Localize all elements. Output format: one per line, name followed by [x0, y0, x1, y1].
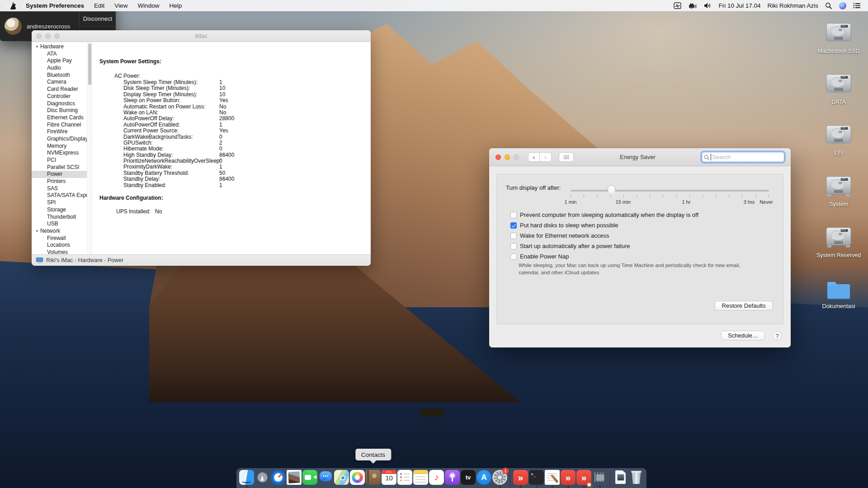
- checkbox-put-hard-disks[interactable]: [510, 222, 517, 229]
- dock-item-photo-preview[interactable]: [286, 468, 302, 488]
- desktop-icon-system[interactable]: System: [811, 172, 866, 216]
- sidebar-item-apple-pay[interactable]: Apple Pay: [32, 57, 87, 65]
- dock-item-app-store[interactable]: A: [476, 468, 492, 488]
- restore-defaults-button[interactable]: Restore Defaults: [715, 301, 773, 310]
- desktop-icon-system-reserved[interactable]: System Reserved: [811, 223, 866, 267]
- menu-window[interactable]: Window: [137, 2, 159, 9]
- dock-item-reminders[interactable]: [397, 468, 413, 488]
- show-all-button[interactable]: [559, 152, 574, 162]
- dock-item-anydesk-2[interactable]: »: [560, 468, 576, 488]
- sidebar-item-fibre-channel[interactable]: Fibre Channel: [32, 122, 87, 129]
- dock-item-facetime[interactable]: [302, 468, 318, 488]
- sidebar-item-bluetooth[interactable]: Bluetooth: [32, 72, 87, 79]
- sidebar-item-ata[interactable]: ATA: [32, 51, 87, 58]
- siri-icon[interactable]: [839, 2, 846, 9]
- checkbox-start-up-automatically[interactable]: [510, 243, 517, 249]
- volume-icon[interactable]: [703, 2, 712, 9]
- sidebar-item-diagnostics[interactable]: Diagnostics: [32, 100, 87, 108]
- dock-item-safari[interactable]: [270, 468, 286, 488]
- sidebar-item-camera[interactable]: Camera: [32, 79, 87, 86]
- sidebar-scrollbar[interactable]: [87, 42, 92, 254]
- energy-toolbar[interactable]: ‹ › Energy Saver: [489, 148, 791, 166]
- disclosure-triangle-icon[interactable]: ▼: [35, 229, 39, 233]
- sidebar-item-thunderbolt[interactable]: Thunderbolt: [32, 214, 87, 221]
- checkbox-enable-power-nap[interactable]: [510, 253, 517, 260]
- printer-status-icon[interactable]: [688, 2, 697, 9]
- zoom-button[interactable]: [514, 155, 519, 160]
- sidebar-item-memory[interactable]: Memory: [32, 143, 87, 150]
- menu-view[interactable]: View: [114, 2, 127, 9]
- checkbox-prevent-computer-from[interactable]: [510, 212, 517, 218]
- disconnect-button[interactable]: Disconnect: [80, 12, 116, 26]
- desktop-icon-machintosh-ssd[interactable]: Machintosh SSD: [811, 19, 866, 62]
- sidebar-item-locations[interactable]: Locations: [32, 242, 87, 249]
- desktop-icon-efi[interactable]: EFI: [811, 121, 866, 164]
- dock-item-podcasts[interactable]: [444, 468, 460, 488]
- scrollbar-thumb[interactable]: [88, 43, 91, 85]
- sidebar-item-volumes[interactable]: Volumes: [32, 249, 87, 254]
- back-button[interactable]: ‹: [528, 152, 540, 162]
- minimize-button[interactable]: [505, 155, 510, 160]
- dock-item-contacts[interactable]: [365, 468, 381, 488]
- menu-app-name[interactable]: System Preferences: [26, 2, 84, 9]
- checkbox-wake-for-ethernet[interactable]: [510, 233, 517, 239]
- close-button[interactable]: [495, 155, 501, 160]
- sidebar-item-spi[interactable]: SPI: [32, 199, 87, 206]
- sidebar-item-sata-sata-express[interactable]: SATA/SATA Express: [32, 192, 87, 199]
- notification-center-icon[interactable]: [853, 3, 861, 9]
- menu-user[interactable]: Riki Rokhman Azis: [767, 2, 818, 9]
- dock-item-chip-utility[interactable]: [592, 468, 608, 488]
- display-off-slider-thumb[interactable]: [608, 185, 615, 194]
- sidebar-item-sas[interactable]: SAS: [32, 185, 87, 192]
- sidebar-item-firewall[interactable]: Firewall: [32, 235, 87, 242]
- dock-item-apple-tv[interactable]: tv: [460, 468, 476, 488]
- sidebar-item-storage[interactable]: Storage: [32, 206, 87, 214]
- dock-item-maps[interactable]: [334, 468, 349, 488]
- search-input[interactable]: [702, 152, 784, 162]
- dock-item-finder[interactable]: [239, 468, 255, 488]
- display-off-slider-track[interactable]: [571, 190, 769, 192]
- sysinfo-titlebar[interactable]: iMac: [32, 30, 371, 42]
- dock-item-document[interactable]: [613, 468, 628, 488]
- sidebar-item-pci[interactable]: PCI: [32, 157, 87, 164]
- dock-item-messages[interactable]: [318, 468, 334, 488]
- sidebar-item-disc-burning[interactable]: Disc Burning: [32, 107, 87, 114]
- help-button[interactable]: ?: [773, 331, 782, 340]
- sidebar-item-controller[interactable]: Controller: [32, 93, 87, 100]
- menu-edit[interactable]: Edit: [94, 2, 104, 9]
- menu-clock[interactable]: Fri 10 Jul 17.04: [718, 2, 760, 9]
- apple-menu-icon[interactable]: [9, 2, 16, 9]
- sidebar-item-graphics-displays[interactable]: Graphics/Displays: [32, 136, 87, 143]
- sidebar-item-audio[interactable]: Audio: [32, 65, 87, 72]
- forward-button[interactable]: ›: [540, 152, 552, 162]
- sidebar-item-firewire[interactable]: FireWire: [32, 128, 87, 136]
- anydesk-status-icon[interactable]: [674, 2, 681, 9]
- dock-item-system-preferences[interactable]: 1: [492, 468, 508, 488]
- checkbox-row: Enable Power Nap: [510, 251, 698, 262]
- sidebar-section-hardware[interactable]: ▼Hardware: [32, 43, 87, 51]
- dock-item-textedit[interactable]: [544, 468, 560, 488]
- sidebar-item-nvmexpress[interactable]: NVMExpress: [32, 150, 87, 157]
- dock-item-terminal[interactable]: >_: [528, 468, 544, 488]
- dock-item-notes[interactable]: [413, 468, 429, 488]
- sidebar-item-printers[interactable]: Printers: [32, 178, 87, 185]
- sidebar-item-ethernet-cards[interactable]: Ethernet Cards: [32, 114, 87, 122]
- menu-help[interactable]: Help: [169, 2, 182, 9]
- sidebar-item-card-reader[interactable]: Card Reader: [32, 86, 87, 93]
- sidebar-item-power[interactable]: Power: [32, 171, 87, 178]
- schedule-button[interactable]: Schedule…: [721, 331, 765, 340]
- sidebar-item-parallel-scsi[interactable]: Parallel SCSI: [32, 164, 87, 171]
- sidebar-section-network[interactable]: ▼Network: [32, 228, 87, 235]
- dock-item-calendar[interactable]: JUL10: [381, 468, 397, 488]
- sidebar-item-usb[interactable]: USB: [32, 221, 87, 228]
- dock-item-trash[interactable]: [628, 468, 644, 488]
- dock-item-anydesk-3[interactable]: »: [576, 468, 592, 488]
- dock-item-launchpad[interactable]: [255, 468, 270, 488]
- dock-item-anydesk[interactable]: »: [513, 468, 528, 488]
- dock-item-music[interactable]: ♪: [429, 468, 444, 488]
- disclosure-triangle-icon[interactable]: ▼: [35, 45, 39, 49]
- spotlight-search-icon[interactable]: [825, 2, 832, 9]
- desktop-icon-dokumentasi[interactable]: Dokumentasi: [811, 274, 866, 318]
- desktop-icon-data[interactable]: DATA: [811, 70, 866, 113]
- dock-item-photos[interactable]: [349, 468, 365, 488]
